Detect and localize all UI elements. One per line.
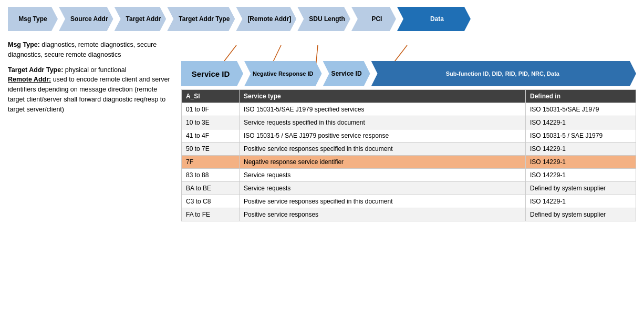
sub-arrow-service-id-2: Service ID bbox=[323, 61, 370, 86]
table-row: C3 to C8Positive service responses speci… bbox=[182, 195, 636, 208]
remote-addr-label: Remote Addr: bbox=[8, 76, 51, 83]
cell-defined-in: ISO 15031-5/SAE J1979 bbox=[526, 103, 636, 116]
cell-a-si: FA to FE bbox=[182, 208, 240, 221]
col-header-service-type: Service type bbox=[240, 90, 526, 103]
page-wrapper: Msg Type Source Addr Target Addr Target … bbox=[0, 0, 644, 227]
table-row: 83 to 88Service requestsISO 14229-1 bbox=[182, 169, 636, 182]
target-addr-type-paragraph: Target Addr Type: physical or functional… bbox=[8, 65, 171, 115]
left-text-panel: Msg Type: diagnostics, remote diagnostic… bbox=[8, 40, 171, 221]
cell-a-si: C3 to C8 bbox=[182, 195, 240, 208]
table-row: 41 to 4FISO 15031-5 / SAE J1979 positive… bbox=[182, 129, 636, 143]
arrow-remote-addr: [Remote Addr] bbox=[236, 7, 296, 31]
cell-defined-in: ISO 14229-1 bbox=[526, 195, 636, 208]
cell-a-si: 50 to 7E bbox=[182, 143, 240, 156]
cell-service-type: Service requests specified in this docum… bbox=[240, 116, 526, 129]
arrow-data: Data bbox=[397, 7, 471, 31]
arrow-target-addr-type: Target Addr Type bbox=[167, 7, 235, 31]
cell-service-type: Negative response service identifier bbox=[240, 156, 526, 169]
cell-a-si: 41 to 4F bbox=[182, 129, 240, 143]
cell-a-si: 01 to 0F bbox=[182, 103, 240, 116]
service-id-label: Service ID bbox=[192, 69, 230, 78]
cell-defined-in: ISO 14229-1 bbox=[526, 156, 636, 169]
arrow-label: PCI bbox=[371, 15, 382, 23]
target-addr-type-label: Target Addr Type: bbox=[8, 66, 63, 74]
sub-arrow-bar: Service ID Negative Response ID Service … bbox=[181, 60, 636, 87]
col-header-defined-in: Defined in bbox=[526, 90, 636, 103]
arrow-label: Msg Type bbox=[18, 15, 47, 23]
main-content: Msg Type: diagnostics, remote diagnostic… bbox=[8, 40, 636, 221]
cell-a-si: 7F bbox=[182, 156, 240, 169]
col-header-a-si: A_SI bbox=[182, 90, 240, 103]
cell-a-si: 83 to 88 bbox=[182, 169, 240, 182]
subfunc-label: Sub-function ID, DID, RID, PID, NRC, Dat… bbox=[446, 70, 559, 77]
arrow-sdu-length: SDU Length bbox=[297, 7, 350, 31]
table-header-row: A_SI Service type Defined in bbox=[182, 90, 636, 103]
table-row: 01 to 0FISO 15031-5/SAE J1979 specified … bbox=[182, 103, 636, 116]
sub-arrow-service-id: Service ID bbox=[181, 61, 243, 86]
right-area: Service ID Negative Response ID Service … bbox=[181, 40, 636, 221]
arrow-source-addr: Source Addr bbox=[59, 7, 113, 31]
msg-type-paragraph: Msg Type: diagnostics, remote diagnostic… bbox=[8, 40, 171, 60]
cell-defined-in: ISO 14229-1 bbox=[526, 169, 636, 182]
cell-defined-in: ISO 15031-5 / SAE J1979 bbox=[526, 129, 636, 143]
cell-service-type: ISO 15031-5/SAE J1979 specified services bbox=[240, 103, 526, 116]
arrow-label: Target Addr Type bbox=[179, 15, 230, 23]
sub-arrow-subfunc: Sub-function ID, DID, RID, PID, NRC, Dat… bbox=[371, 61, 636, 86]
arrow-label: [Remote Addr] bbox=[247, 15, 291, 23]
cell-defined-in: ISO 14229-1 bbox=[526, 116, 636, 129]
table-row: 50 to 7EPositive service responses speci… bbox=[182, 143, 636, 156]
cell-service-type: Positive service responses specified in … bbox=[240, 143, 526, 156]
target-addr-type-text: physical or functional bbox=[63, 66, 126, 74]
arrow-msg-type: Msg Type bbox=[8, 7, 58, 31]
cell-defined-in: Defined by system supplier bbox=[526, 208, 636, 221]
arrow-target-addr: Target Addr bbox=[115, 7, 167, 31]
pci-diagram: Service ID Negative Response ID Service … bbox=[181, 40, 636, 87]
neg-response-id-label: Negative Response ID bbox=[253, 70, 314, 77]
arrow-bar: Msg Type Source Addr Target Addr Target … bbox=[8, 5, 636, 33]
arrow-label: Target Addr bbox=[126, 15, 161, 23]
cell-service-type: Service requests bbox=[240, 169, 526, 182]
arrow-label: Source Addr bbox=[70, 15, 108, 23]
service-id-2-label: Service ID bbox=[331, 70, 362, 77]
arrow-pci: PCI bbox=[351, 7, 396, 31]
cell-defined-in: Defined by system supplier bbox=[526, 182, 636, 195]
cell-a-si: BA to BE bbox=[182, 182, 240, 195]
msg-type-label: Msg Type: bbox=[8, 41, 40, 48]
cell-service-type: Positive service responses specified in … bbox=[240, 195, 526, 208]
cell-a-si: 10 to 3E bbox=[182, 116, 240, 129]
arrow-label: Data bbox=[430, 15, 444, 23]
table-row: FA to FEPositive service responsesDefine… bbox=[182, 208, 636, 221]
cell-service-type: ISO 15031-5 / SAE J1979 positive service… bbox=[240, 129, 526, 143]
cell-service-type: Service requests bbox=[240, 182, 526, 195]
table-row: BA to BEService requestsDefined by syste… bbox=[182, 182, 636, 195]
table-row: 7FNegative response service identifierIS… bbox=[182, 156, 636, 169]
sub-arrow-neg-response-id: Negative Response ID bbox=[244, 61, 322, 86]
arrow-label: SDU Length bbox=[309, 15, 345, 23]
table-row: 10 to 3EService requests specified in th… bbox=[182, 116, 636, 129]
service-table: A_SI Service type Defined in 01 to 0FISO… bbox=[181, 89, 636, 221]
cell-defined-in: ISO 14229-1 bbox=[526, 143, 636, 156]
cell-service-type: Positive service responses bbox=[240, 208, 526, 221]
